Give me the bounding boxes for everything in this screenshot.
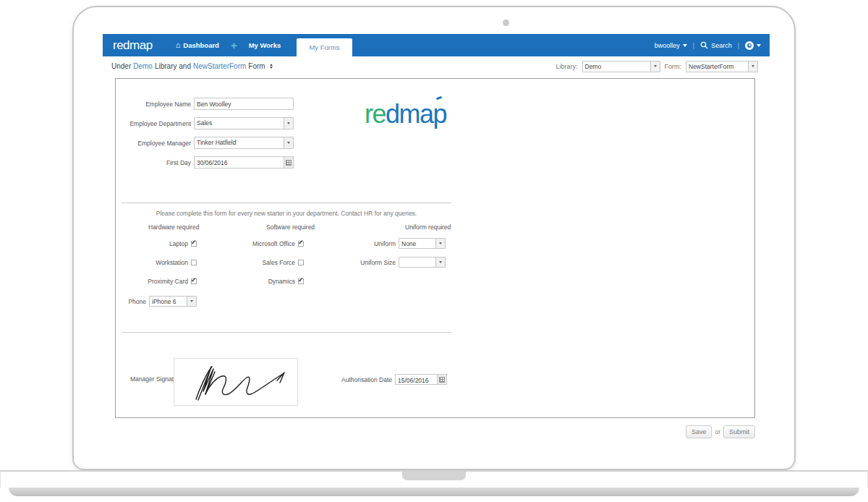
filters: Library: Demo Form: NewStarterForm <box>556 61 758 72</box>
employee-department-label: Employee Department <box>124 120 191 127</box>
uniform-size-select-value <box>399 258 435 267</box>
search-icon <box>700 41 708 49</box>
employee-name-label: Employee Name <box>124 101 191 108</box>
dropdown-button[interactable] <box>435 239 445 248</box>
employee-name-input[interactable] <box>194 98 294 110</box>
authorisation-date-label: Authorisation Date <box>333 376 392 383</box>
workstation-label: Workstation <box>156 259 188 266</box>
caret-down-icon <box>439 261 442 263</box>
proximity-card-row: Proximity Card <box>122 276 197 286</box>
uniform-header: Uniform required <box>405 224 451 231</box>
form-filter-label: Form: <box>665 63 682 70</box>
proximity-card-label: Proximity Card <box>148 278 188 285</box>
first-day-value: 30/06/2016 <box>195 157 284 168</box>
breadcrumb-form-link[interactable]: NewStarterForm <box>193 62 246 70</box>
workstation-checkbox[interactable] <box>191 260 197 265</box>
library-select[interactable]: Demo <box>582 61 660 72</box>
first-day-input[interactable]: 30/06/2016 <box>194 156 294 169</box>
chevron-down-icon <box>757 44 761 47</box>
uniform-select-value: None <box>399 239 435 248</box>
sort-icon[interactable] <box>270 64 273 69</box>
first-day-label: First Day <box>124 159 191 166</box>
nav-my-works[interactable]: My Works <box>249 41 281 49</box>
footer-actions: Save or Submit <box>686 425 755 438</box>
dropdown-button[interactable] <box>187 297 196 306</box>
employee-manager-row: Employee Manager Tinker Hatfield <box>124 137 294 149</box>
caret-down-icon <box>752 65 754 67</box>
gear-icon <box>745 41 754 50</box>
navbar-right: bwoolley | Search | <box>655 41 761 50</box>
uniform-row: Uniform None <box>333 237 446 250</box>
form-panel: Employee Name Employee Department Sales … <box>115 78 755 418</box>
calendar-icon <box>439 377 445 383</box>
employee-department-select[interactable]: Sales <box>194 117 294 129</box>
uniform-size-row: Uniform Size <box>333 256 446 268</box>
save-button[interactable]: Save <box>686 425 712 438</box>
microsoft-office-checkbox[interactable] <box>298 241 304 247</box>
laptop-row: Laptop <box>122 239 197 249</box>
dynamics-label: Dynamics <box>268 278 295 285</box>
dropdown-button[interactable] <box>748 61 757 72</box>
nav-my-works-label: My Works <box>249 41 281 49</box>
home-icon: ⌂ <box>176 41 181 49</box>
laptop-base-bottom <box>9 488 859 496</box>
separator: | <box>738 42 739 49</box>
employee-manager-select[interactable]: Tinker Hatfield <box>194 137 294 149</box>
app-window: redmap ⌂ Dashboard + My Works My Forms <box>103 34 770 450</box>
divider <box>122 332 451 333</box>
dropdown-button[interactable] <box>435 258 445 267</box>
separator: | <box>693 42 694 49</box>
dropdown-button[interactable] <box>284 118 293 129</box>
navbar: redmap ⌂ Dashboard + My Works My Forms <box>103 34 770 56</box>
navbar-logo[interactable]: redmap <box>113 38 153 53</box>
breadcrumb: Under Demo Library and NewStarterForm Fo… <box>111 62 273 70</box>
signature-box[interactable] <box>174 358 298 406</box>
uniform-size-select[interactable] <box>399 257 446 268</box>
search-button[interactable]: Search <box>700 41 732 49</box>
phone-select[interactable]: iPhone 6 <box>149 296 197 307</box>
breadcrumb-text: Form <box>248 62 265 70</box>
calendar-button[interactable] <box>437 375 446 384</box>
tab-my-forms[interactable]: My Forms <box>297 38 352 56</box>
dropdown-button[interactable] <box>650 61 660 72</box>
webcam-icon <box>503 20 509 26</box>
calendar-icon <box>286 160 292 166</box>
laptop-latch-notch <box>402 472 466 480</box>
employee-name-row: Employee Name <box>124 98 294 110</box>
breadcrumb-library-link[interactable]: Demo <box>133 62 153 70</box>
authorisation-date-row: Authorisation Date 15/06/2016 <box>333 374 447 385</box>
caret-down-icon <box>190 300 193 302</box>
laptop-base <box>0 470 868 488</box>
settings-button[interactable] <box>745 41 761 50</box>
phone-select-value: iPhone 6 <box>150 297 187 306</box>
software-column: Microsoft Office Sales Force Dynamics <box>229 239 304 295</box>
form-select[interactable]: NewStarterForm <box>686 61 758 72</box>
add-button[interactable]: + <box>231 40 237 51</box>
submit-button[interactable]: Submit <box>723 425 755 438</box>
calendar-button[interactable] <box>284 157 293 168</box>
or-label: or <box>715 428 720 435</box>
laptop-label: Laptop <box>169 240 188 247</box>
divider <box>122 203 451 203</box>
breadcrumb-row: Under Demo Library and NewStarterForm Fo… <box>103 56 770 76</box>
software-header: Software required <box>266 224 315 231</box>
employee-manager-value: Tinker Hatfield <box>195 137 284 148</box>
watermark-blue: dmap <box>386 99 446 129</box>
chevron-down-icon <box>683 44 687 47</box>
laptop-bezel: redmap ⌂ Dashboard + My Works My Forms <box>72 6 796 470</box>
nav-dashboard[interactable]: ⌂ Dashboard <box>176 41 219 49</box>
uniform-label: Uniform <box>374 240 396 247</box>
microsoft-office-label: Microsoft Office <box>252 240 295 247</box>
user-menu[interactable]: bwoolley <box>655 42 687 49</box>
sales-force-checkbox[interactable] <box>298 260 304 265</box>
laptop-checkbox[interactable] <box>191 241 197 247</box>
dynamics-checkbox[interactable] <box>298 278 304 284</box>
workstation-row: Workstation <box>122 258 197 268</box>
authorisation-date-input[interactable]: 15/06/2016 <box>395 374 447 385</box>
library-filter-label: Library: <box>556 63 577 70</box>
dropdown-button[interactable] <box>284 137 293 148</box>
watermark-green: re <box>365 99 386 129</box>
uniform-select[interactable]: None <box>399 238 446 249</box>
caret-down-icon <box>287 142 290 144</box>
proximity-card-checkbox[interactable] <box>191 278 197 284</box>
